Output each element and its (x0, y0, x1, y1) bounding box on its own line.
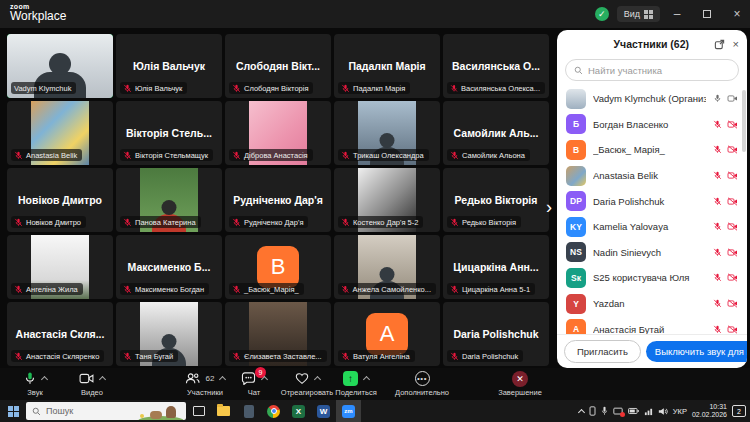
close-button[interactable]: × (724, 0, 750, 28)
participant-name: Nadin Sinievych (593, 247, 706, 258)
chat-button[interactable]: 9 Чат (234, 370, 274, 397)
video-tile[interactable]: Анжела Самойленко... (334, 235, 440, 299)
tile-letter-avatar: A (366, 313, 408, 355)
video-tile[interactable]: Діброва Анастасія (225, 101, 331, 165)
participant-row[interactable]: Anastasia Belik (557, 163, 747, 189)
video-tile[interactable]: Василянська О...Василянська Олекса... (443, 34, 549, 98)
video-tile[interactable]: Новіков ДмитроНовіков Дмитро (7, 168, 113, 232)
panel-close-icon[interactable]: × (733, 38, 739, 50)
participant-row[interactable]: NSNadin Sinievych (557, 240, 747, 266)
video-tile[interactable]: Юлія ВальчукЮлія Вальчук (116, 34, 222, 98)
participant-row[interactable]: KYKamelia Yalovaya (557, 214, 747, 240)
video-tile[interactable]: AВатуля Ангеліна (334, 302, 440, 366)
search-placeholder: Найти участника (588, 65, 662, 76)
share-button[interactable]: ↑ Поделиться (326, 370, 386, 397)
mute-all-button[interactable]: Выключить звук для всех (646, 341, 747, 362)
titlebar: zoom Workplace ✓ Вид – × (0, 0, 750, 28)
video-options-chevron[interactable] (99, 376, 106, 383)
video-tile[interactable]: Рудніченко Дар'яРудніченко Дар'я (225, 168, 331, 232)
video-tile[interactable]: Таня Бугай (116, 302, 222, 366)
calculator-button[interactable] (236, 400, 261, 422)
tile-name-label: Новіков Дмитро (11, 216, 86, 228)
scrollbar-thumb[interactable] (742, 90, 746, 152)
more-button[interactable]: ••• Дополнительно (388, 370, 456, 397)
network-icon[interactable] (644, 407, 653, 416)
video-tile[interactable]: Трикаш Олександра (334, 101, 440, 165)
video-tile[interactable]: Панова Катерина (116, 168, 222, 232)
muted-mic-icon (232, 151, 241, 160)
word-button[interactable]: W (311, 400, 336, 422)
chrome-button[interactable] (261, 400, 286, 422)
audio-options-chevron[interactable] (40, 376, 47, 383)
phone-link-icon[interactable] (589, 406, 596, 416)
participant-row[interactable]: ББогдан Власенко (557, 112, 747, 138)
camera-off-icon (727, 197, 738, 206)
view-button[interactable]: Вид (617, 6, 660, 22)
video-tile[interactable]: Самойлик Аль...Самойлик Альона (443, 101, 549, 165)
video-tile[interactable]: Єлизавета Заставле... (225, 302, 331, 366)
video-tile[interactable]: Редько ВікторіяРедько Вікторія (443, 168, 549, 232)
participant-row[interactable]: AАнастасія Бутай (557, 316, 747, 334)
participant-name: Yazdan (593, 298, 706, 309)
participant-row[interactable]: DPDaria Polishchuk (557, 188, 747, 214)
tile-name-label: Ангеліна Жила (11, 283, 83, 295)
excel-button[interactable]: X (286, 400, 311, 422)
share-options-chevron[interactable] (363, 376, 370, 383)
tile-name-label: Слободян Вікторія (229, 82, 313, 94)
video-tile[interactable]: Анастасія Скля...Анастасія Скляренко (7, 302, 113, 366)
tile-display-name: Редько Вікторія (452, 194, 541, 206)
end-meeting-button[interactable]: ✕ Завершение (488, 370, 552, 397)
audio-button[interactable]: Звук (12, 370, 58, 397)
video-tile[interactable]: Vadym Klymchuk (7, 34, 113, 98)
participant-status-icons (713, 325, 738, 334)
security-shield-icon[interactable]: ✓ (595, 7, 609, 21)
participant-search-input[interactable]: Найти участника (565, 59, 739, 81)
participant-row[interactable]: B_Басюк_ Марія_ (557, 137, 747, 163)
participants-options-chevron[interactable] (219, 376, 226, 383)
participant-row[interactable]: YYazdan (557, 291, 747, 317)
video-tile[interactable]: Daria PolishchukDaria Polishchuk (443, 302, 549, 366)
next-page-arrow[interactable]: › (546, 198, 552, 216)
taskbar-clock[interactable]: 10:31 02.02.2026 (692, 403, 727, 419)
battery-icon[interactable] (628, 407, 639, 415)
video-tile[interactable]: Anastasia Belik (7, 101, 113, 165)
video-tile[interactable]: Максименко Б...Максименко Богдан (116, 235, 222, 299)
volume-icon[interactable] (658, 407, 668, 416)
notification-center-button[interactable]: 2 (732, 405, 746, 417)
popout-icon[interactable] (714, 39, 725, 50)
tile-display-name: Юлія Вальчук (130, 60, 208, 72)
zoom-app-button[interactable]: zm (336, 400, 361, 422)
video-tile[interactable]: Вікторія Стель...Вікторія Стельмащук (116, 101, 222, 165)
participants-button[interactable]: 62 Участники (168, 370, 242, 397)
chat-options-chevron[interactable] (261, 376, 268, 383)
task-view-button[interactable] (186, 400, 211, 422)
start-button[interactable] (0, 400, 26, 422)
video-tile[interactable]: B_Басюк_Марія_ (225, 235, 331, 299)
muted-mic-icon (341, 151, 350, 160)
participant-avatar: Y (566, 294, 586, 314)
tray-expand-chevron[interactable] (578, 408, 585, 415)
video-tile[interactable]: Падалкп МаріяПадалкп Марія (334, 34, 440, 98)
maximize-button[interactable] (694, 0, 720, 28)
audio-label: Звук (27, 388, 42, 397)
video-tile[interactable]: Цицаркіна Анн...Цицаркіна Анна 5-1 (443, 235, 549, 299)
participant-name: Богдан Власенко (593, 119, 706, 130)
video-tile[interactable]: Костенко Дар'я 5-2 (334, 168, 440, 232)
video-tile[interactable]: Ангеліна Жила (7, 235, 113, 299)
taskbar-search-input[interactable]: Пошук (26, 402, 186, 420)
view-button-label: Вид (624, 9, 640, 19)
participant-status-icons (713, 120, 738, 129)
tile-name-label: Василянська Олекса... (447, 82, 545, 94)
invite-button[interactable]: Пригласить (564, 340, 641, 363)
file-explorer-button[interactable] (211, 400, 236, 422)
video-tile[interactable]: Слободян Вікт...Слободян Вікторія (225, 34, 331, 98)
tray-microphone-icon[interactable] (601, 406, 608, 416)
participant-row[interactable]: Vadym Klymchuk (Организатор, я) (557, 86, 747, 112)
react-options-chevron[interactable] (313, 376, 320, 383)
gallery-view-icon (644, 10, 653, 19)
screen-share-icon[interactable] (613, 407, 623, 416)
participant-row[interactable]: SкS25 користувача Юля (557, 265, 747, 291)
language-indicator[interactable]: УКР (673, 407, 687, 416)
minimize-button[interactable]: – (664, 0, 690, 28)
video-button[interactable]: Видео (66, 370, 118, 397)
